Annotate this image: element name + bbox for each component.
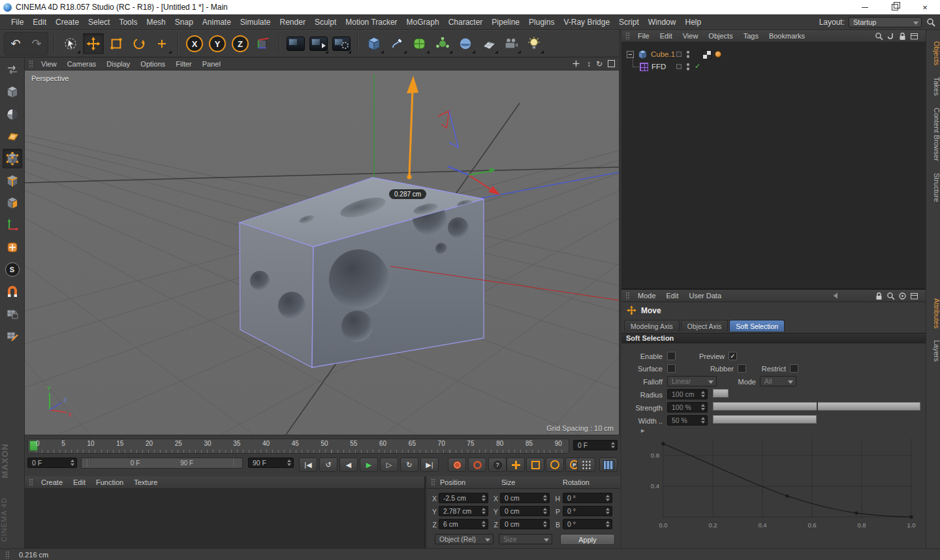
next-frame-button[interactable]: ▷ (380, 458, 398, 472)
menu-item[interactable]: Mesh (142, 18, 170, 27)
primitive-cube-button[interactable] (364, 33, 384, 54)
tab-attributes[interactable]: Attributes (926, 292, 940, 334)
camera-button[interactable] (501, 33, 522, 54)
start-frame-field[interactable]: 0 F (27, 458, 77, 468)
size-mode-dropdown[interactable]: Size (499, 534, 552, 544)
enable-checkbox[interactable] (667, 352, 676, 360)
orbit-icon[interactable]: ↻ (596, 59, 603, 69)
tab-takes[interactable]: Takes (926, 71, 940, 102)
play-backward-button[interactable]: ↺ (319, 458, 337, 472)
attribute-menu-item[interactable]: User Data (684, 292, 727, 300)
help-button[interactable]: ? (488, 458, 507, 472)
history-back-icon[interactable] (830, 290, 841, 301)
apply-button[interactable]: Apply (560, 534, 615, 545)
om-panel-icon[interactable] (909, 31, 919, 41)
end-frame-field[interactable]: 90 F (248, 458, 294, 468)
object-row-cube[interactable]: Cube.1 (621, 48, 926, 60)
am-search-icon[interactable] (885, 290, 896, 301)
enabled-check-icon[interactable]: ✓ (695, 62, 700, 70)
undo-button[interactable]: ↶ (5, 33, 26, 54)
last-tool-button[interactable] (151, 33, 172, 54)
preview-checkbox[interactable]: ✓ (728, 352, 737, 360)
radius-slider[interactable] (713, 389, 920, 397)
panel-grip[interactable] (29, 60, 33, 68)
menu-item[interactable]: Help (680, 18, 706, 27)
panel-grip[interactable] (29, 478, 33, 486)
viewport-canvas[interactable]: Perspective 0.287 cm Grid Spacing : 10 c… (25, 70, 619, 435)
menu-item[interactable]: Snap (170, 18, 198, 27)
z-axis-lock-button[interactable]: Z (230, 33, 251, 54)
object-manager-menu-item[interactable]: Objects (703, 32, 738, 40)
range-left-grip[interactable] (87, 459, 90, 467)
enable-snap-button[interactable] (3, 282, 22, 302)
width-field[interactable]: 50 % (667, 415, 708, 426)
menu-item[interactable]: Render (275, 18, 310, 27)
camera-label[interactable]: Perspective (31, 74, 69, 82)
soft-selection-section[interactable]: Soft Selection (621, 333, 926, 343)
record-keyframe-button[interactable] (448, 458, 466, 472)
falloff-dropdown[interactable]: Linear (667, 376, 717, 386)
visibility-dots-icon[interactable] (686, 63, 690, 70)
object-manager-menu-item[interactable]: Edit (655, 32, 678, 40)
snap-settings-button[interactable]: S (3, 260, 22, 279)
size-y-field[interactable]: 0 cm (500, 506, 550, 516)
workplane-snap-button[interactable] (3, 304, 22, 324)
position-z-field[interactable]: 6 cm (439, 519, 488, 529)
record-scale-toggle[interactable] (526, 458, 544, 472)
size-x-field[interactable]: 0 cm (500, 493, 550, 503)
attribute-menu-item[interactable]: Mode (633, 292, 661, 300)
rotation-b-field[interactable]: 0 ° (563, 519, 612, 529)
menu-item[interactable]: Plugins (524, 18, 559, 27)
display-tag-icon[interactable] (702, 50, 712, 59)
viewport-menu-item[interactable]: Filter (170, 60, 196, 68)
position-y-field[interactable]: 2.787 cm (439, 506, 488, 516)
object-row-ffd[interactable]: FFD ✓ (621, 61, 926, 72)
minimize-button[interactable] (850, 0, 880, 14)
layer-square-icon[interactable] (676, 64, 682, 69)
render-picture-viewer-button[interactable] (308, 33, 329, 54)
previous-frame-button[interactable]: ◀ (339, 458, 358, 472)
om-lock-icon[interactable] (897, 31, 907, 41)
convert-selection-button[interactable] (3, 60, 22, 80)
edges-mode-button[interactable] (3, 171, 22, 191)
menu-item[interactable]: Edit (28, 18, 51, 27)
render-view-button[interactable] (285, 33, 306, 54)
menu-item[interactable]: Motion Tracker (341, 18, 401, 27)
viewport-menu-item[interactable]: Panel (197, 60, 226, 68)
object-manager-menu-item[interactable]: Tags (738, 32, 764, 40)
size-z-field[interactable]: 0 cm (500, 519, 550, 529)
pan-icon[interactable] (571, 59, 582, 69)
subdivision-surface-button[interactable] (409, 33, 430, 54)
material-menu-item[interactable]: Create (36, 478, 68, 486)
strength-slider[interactable] (713, 402, 920, 411)
zoom-icon[interactable]: ↕ (587, 59, 591, 69)
object-manager-menu-item[interactable]: Bookmarks (764, 32, 810, 40)
tab-layers[interactable]: Layers (926, 334, 940, 367)
enable-axis-button[interactable] (3, 215, 22, 235)
menu-item[interactable]: Script (614, 18, 644, 27)
model-mode-button[interactable] (3, 82, 22, 102)
goto-end-button[interactable]: ▶| (420, 458, 439, 472)
am-lock-icon[interactable] (873, 290, 884, 301)
goto-start-button[interactable]: |◀ (299, 458, 317, 472)
menu-item[interactable]: MoGraph (402, 18, 444, 27)
layer-square-icon[interactable] (676, 52, 682, 57)
menu-item[interactable]: Animate (198, 18, 236, 27)
panel-grip[interactable] (625, 32, 630, 40)
am-panel-icon[interactable] (909, 290, 919, 301)
light-button[interactable] (524, 33, 544, 54)
object-manager-menu-item[interactable]: View (678, 32, 704, 40)
rotate-tool-button[interactable] (129, 33, 149, 54)
material-menu-item[interactable]: Function (91, 478, 129, 486)
object-manager-menu-item[interactable]: File (633, 32, 655, 40)
x-axis-lock-button[interactable]: X (184, 33, 205, 54)
menu-item[interactable]: Select (84, 18, 114, 27)
y-axis-lock-button[interactable]: Y (207, 33, 228, 54)
viewport-menu-item[interactable]: View (36, 60, 62, 68)
menu-item[interactable]: File (7, 18, 28, 27)
menu-item[interactable]: Character (444, 18, 488, 27)
falloff-curve-editor[interactable]: 0.8 0.4 0.0 0.2 0.4 0.6 0.8 1.0 (621, 432, 926, 535)
redo-button[interactable]: ↷ (26, 33, 47, 54)
environment-sky-button[interactable] (455, 33, 476, 54)
material-menu-item[interactable]: Texture (129, 478, 163, 486)
